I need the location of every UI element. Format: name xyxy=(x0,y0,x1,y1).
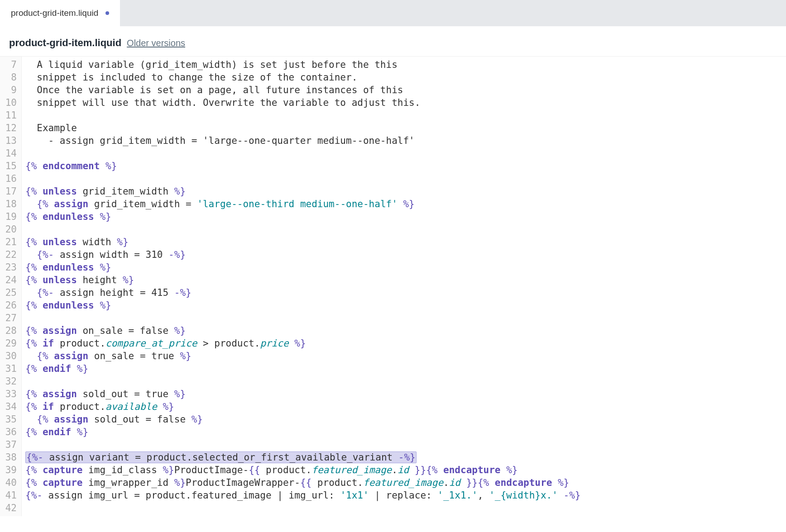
code-line[interactable] xyxy=(25,223,580,236)
line-number: 36 xyxy=(4,426,17,438)
line-number: 18 xyxy=(4,198,17,210)
code-line[interactable]: {% assign sold_out = false %} xyxy=(25,413,580,426)
code-line[interactable]: {% endif %} xyxy=(25,362,580,375)
line-number: 41 xyxy=(4,489,17,502)
code-line[interactable]: {% capture img_id_class %}ProductImage-{… xyxy=(25,464,580,476)
code-line[interactable]: {% unless grid_item_width %} xyxy=(25,185,580,198)
line-number: 12 xyxy=(4,122,17,134)
line-number: 7 xyxy=(4,58,17,71)
line-number: 13 xyxy=(4,134,17,147)
code-line[interactable]: {%- assign variant = product.selected_or… xyxy=(25,451,580,464)
code-line[interactable]: {% assign on_sale = false %} xyxy=(25,324,580,337)
tab-label: product-grid-item.liquid xyxy=(11,8,98,18)
line-number: 24 xyxy=(4,274,17,286)
line-number: 28 xyxy=(4,324,17,337)
line-number: 26 xyxy=(4,299,17,312)
line-number: 21 xyxy=(4,236,17,248)
line-number: 32 xyxy=(4,375,17,388)
line-number: 23 xyxy=(4,261,17,274)
code-line[interactable]: A liquid variable (grid_item_width) is s… xyxy=(25,58,580,71)
code-line[interactable]: {% if product.compare_at_price > product… xyxy=(25,337,580,350)
line-number: 42 xyxy=(4,502,17,514)
code-line[interactable] xyxy=(25,438,580,451)
file-tab[interactable]: product-grid-item.liquid xyxy=(0,0,120,26)
line-number: 39 xyxy=(4,464,17,476)
unsaved-indicator-icon xyxy=(105,11,109,15)
code-line[interactable]: Example xyxy=(25,122,580,134)
code-line[interactable]: Once the variable is set on a page, all … xyxy=(25,84,580,96)
line-number: 14 xyxy=(4,147,17,160)
code-line[interactable]: - assign grid_item_width = 'large--one-q… xyxy=(25,134,580,147)
code-line[interactable]: {% capture img_wrapper_id %}ProductImage… xyxy=(25,476,580,489)
code-line[interactable] xyxy=(25,172,580,185)
code-line[interactable]: {% endunless %} xyxy=(25,261,580,274)
code-line[interactable]: {%- assign img_url = product.featured_im… xyxy=(25,489,580,502)
file-header: product-grid-item.liquid Older versions xyxy=(0,26,786,57)
line-number: 11 xyxy=(4,109,17,122)
line-number: 30 xyxy=(4,350,17,362)
line-number: 16 xyxy=(4,172,17,185)
code-line[interactable]: {%- assign height = 415 -%} xyxy=(25,286,580,299)
line-number: 40 xyxy=(4,476,17,489)
line-number: 9 xyxy=(4,84,17,96)
code-editor[interactable]: 7891011121314151617181920212223242526272… xyxy=(0,57,786,516)
line-number: 38 xyxy=(4,451,17,464)
code-line[interactable]: {% if product.available %} xyxy=(25,400,580,413)
line-number: 34 xyxy=(4,400,17,413)
line-number: 33 xyxy=(4,388,17,400)
code-line[interactable]: {% unless width %} xyxy=(25,236,580,248)
line-number: 27 xyxy=(4,312,17,324)
page-title: product-grid-item.liquid xyxy=(9,37,121,49)
line-number: 25 xyxy=(4,286,17,299)
tab-bar: product-grid-item.liquid xyxy=(0,0,786,26)
code-line[interactable]: {% endif %} xyxy=(25,426,580,438)
code-line[interactable] xyxy=(25,312,580,324)
code-line[interactable] xyxy=(25,109,580,122)
code-line[interactable]: {% endunless %} xyxy=(25,299,580,312)
line-number: 22 xyxy=(4,248,17,261)
line-number: 19 xyxy=(4,210,17,223)
line-number: 29 xyxy=(4,337,17,350)
line-number: 31 xyxy=(4,362,17,375)
code-line[interactable] xyxy=(25,147,580,160)
line-number: 20 xyxy=(4,223,17,236)
older-versions-link[interactable]: Older versions xyxy=(127,38,185,48)
line-number: 10 xyxy=(4,96,17,109)
code-line[interactable]: {% assign sold_out = true %} xyxy=(25,388,580,400)
line-number: 8 xyxy=(4,71,17,84)
code-line[interactable]: {% assign on_sale = true %} xyxy=(25,350,580,362)
line-number-gutter: 7891011121314151617181920212223242526272… xyxy=(0,57,22,516)
code-line[interactable]: {% unless height %} xyxy=(25,274,580,286)
code-line[interactable]: {% endunless %} xyxy=(25,210,580,223)
code-line[interactable]: snippet is included to change the size o… xyxy=(25,71,580,84)
code-line[interactable]: {%- assign width = 310 -%} xyxy=(25,248,580,261)
code-line[interactable]: snippet will use that width. Overwrite t… xyxy=(25,96,580,109)
code-line[interactable] xyxy=(25,502,580,514)
line-number: 37 xyxy=(4,438,17,451)
code-line[interactable] xyxy=(25,375,580,388)
code-line[interactable]: {% endcomment %} xyxy=(25,160,580,172)
line-number: 15 xyxy=(4,160,17,172)
line-number: 35 xyxy=(4,413,17,426)
code-content[interactable]: A liquid variable (grid_item_width) is s… xyxy=(22,57,580,516)
code-line[interactable]: {% assign grid_item_width = 'large--one-… xyxy=(25,198,580,210)
line-number: 17 xyxy=(4,185,17,198)
